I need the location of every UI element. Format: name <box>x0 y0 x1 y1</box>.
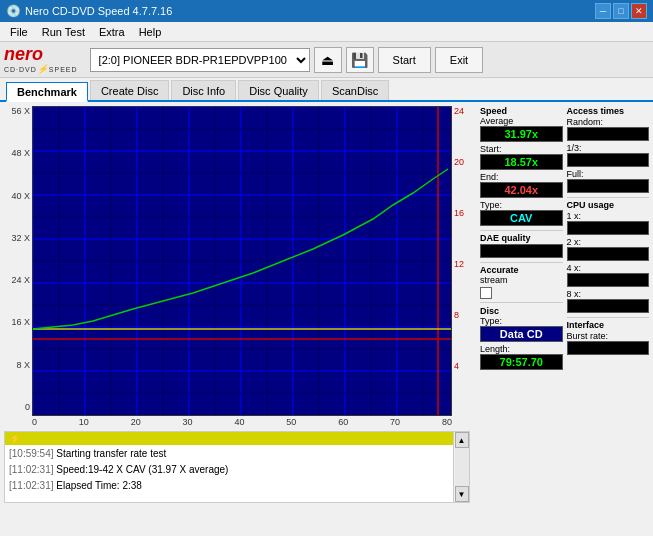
x-label-50: 50 <box>286 417 296 427</box>
menu-bar: File Run Test Extra Help <box>0 22 653 42</box>
cpu-1x-label: 1 x: <box>567 211 650 221</box>
interface-label: Interface <box>567 320 650 330</box>
scroll-up-btn[interactable]: ▲ <box>455 432 469 448</box>
y-label-56: 56 X <box>4 106 30 116</box>
disc-type-label: Type: <box>480 316 563 326</box>
cpu-label: CPU usage <box>567 200 650 210</box>
cpu-4x-label: 4 x: <box>567 263 650 273</box>
nero-logo-text: nero <box>4 45 78 65</box>
x-label-40: 40 <box>234 417 244 427</box>
x-label-20: 20 <box>131 417 141 427</box>
cpu-1x-value <box>567 221 650 235</box>
menu-run-test[interactable]: Run Test <box>36 24 91 40</box>
accurate-stream-checkbox[interactable] <box>480 287 492 299</box>
status-log: ⚡ [10:59:54] Starting transfer rate test… <box>4 431 472 503</box>
y-right-12: 12 <box>454 259 472 269</box>
x-label-60: 60 <box>338 417 348 427</box>
save-button[interactable]: 💾 <box>346 47 374 73</box>
exit-button[interactable]: Exit <box>435 47 483 73</box>
y-right-24: 24 <box>454 106 472 116</box>
x-label-10: 10 <box>79 417 89 427</box>
menu-help[interactable]: Help <box>133 24 168 40</box>
access-times-column: Access times Random: 1/3: Full: CPU usag… <box>567 106 650 370</box>
end-label: End: <box>480 172 499 182</box>
cpu-2x-label: 2 x: <box>567 237 650 247</box>
full-label: Full: <box>567 169 650 179</box>
end-value: 42.04x <box>480 182 563 198</box>
minimize-button[interactable]: ─ <box>595 3 611 19</box>
nero-cd-dvd-text: CD·DVD⚡SPEED <box>4 64 78 74</box>
title-bar-controls: ─ □ ✕ <box>595 3 647 19</box>
app-title: Nero CD-DVD Speed 4.7.7.16 <box>25 5 172 17</box>
eject-button[interactable]: ⏏ <box>314 47 342 73</box>
scroll-down-btn[interactable]: ▼ <box>455 486 469 502</box>
y-label-48: 48 X <box>4 148 30 158</box>
nero-logo: nero CD·DVD⚡SPEED <box>4 45 78 75</box>
y-label-32: 32 X <box>4 233 30 243</box>
y-label-24: 24 X <box>4 275 30 285</box>
y-label-40: 40 X <box>4 191 30 201</box>
y-right-4: 4 <box>454 361 472 371</box>
average-value: 31.97x <box>480 126 563 142</box>
cpu-8x-value <box>567 299 650 313</box>
one-third-label: 1/3: <box>567 143 650 153</box>
speed-section-label: Speed <box>480 106 563 116</box>
chart-area: 56 X 48 X 40 X 32 X 24 X 16 X 8 X 0 <box>0 102 476 500</box>
cpu-4x-value <box>567 273 650 287</box>
length-value: 79:57.70 <box>480 354 563 370</box>
type-value: CAV <box>480 210 563 226</box>
length-label: Length: <box>480 344 563 354</box>
y-right-8: 8 <box>454 310 472 320</box>
y-right-20: 20 <box>454 157 472 167</box>
one-third-value <box>567 153 650 167</box>
right-panel: Speed Average 31.97x Start: 18.57x End: … <box>476 102 653 500</box>
maximize-button[interactable]: □ <box>613 3 629 19</box>
dae-label: DAE quality <box>480 233 563 243</box>
cpu-2x-value <box>567 247 650 261</box>
log-entry-1: [11:02:31] Speed:19-42 X CAV (31.97 X av… <box>9 462 465 478</box>
y-right-16: 16 <box>454 208 472 218</box>
start-button[interactable]: Start <box>378 47 431 73</box>
type-label: Type: <box>480 200 502 210</box>
log-entry-0: [10:59:54] Starting transfer rate test <box>9 446 465 462</box>
menu-file[interactable]: File <box>4 24 34 40</box>
title-bar: 💿 Nero CD-DVD Speed 4.7.7.16 ─ □ ✕ <box>0 0 653 22</box>
disc-section-label: Disc <box>480 306 563 316</box>
tabs: Benchmark Create Disc Disc Info Disc Qua… <box>0 78 653 102</box>
burst-value <box>567 341 650 355</box>
y-label-0: 0 <box>4 402 30 412</box>
main-content: 56 X 48 X 40 X 32 X 24 X 16 X 8 X 0 <box>0 102 653 500</box>
start-label: Start: <box>480 144 502 154</box>
y-label-8: 8 X <box>4 360 30 370</box>
y-label-16: 16 X <box>4 317 30 327</box>
random-label: Random: <box>567 117 650 127</box>
menu-extra[interactable]: Extra <box>93 24 131 40</box>
tab-scandisc[interactable]: ScanDisc <box>321 80 389 100</box>
accurate-label: Accurate <box>480 265 563 275</box>
start-value: 18.57x <box>480 154 563 170</box>
log-entry-2: [11:02:31] Elapsed Time: 2:38 <box>9 478 465 494</box>
average-label: Average <box>480 116 563 126</box>
dae-value <box>480 244 563 258</box>
close-button[interactable]: ✕ <box>631 3 647 19</box>
tab-create-disc[interactable]: Create Disc <box>90 80 169 100</box>
stream-label: stream <box>480 275 563 285</box>
full-value <box>567 179 650 193</box>
x-label-0: 0 <box>32 417 37 427</box>
chart-svg <box>32 106 452 416</box>
app-icon: 💿 <box>6 4 21 18</box>
drive-select[interactable]: [2:0] PIONEER BDR-PR1EPDVPP100 1.01 <box>90 48 310 72</box>
tab-disc-info[interactable]: Disc Info <box>171 80 236 100</box>
x-label-70: 70 <box>390 417 400 427</box>
toolbar: nero CD·DVD⚡SPEED [2:0] PIONEER BDR-PR1E… <box>0 42 653 78</box>
speed-column: Speed Average 31.97x Start: 18.57x End: … <box>480 106 563 370</box>
access-times-label: Access times <box>567 106 650 116</box>
burst-label: Burst rate: <box>567 331 650 341</box>
random-value <box>567 127 650 141</box>
disc-type-value: Data CD <box>480 326 563 342</box>
tab-benchmark[interactable]: Benchmark <box>6 82 88 102</box>
x-label-80: 80 <box>442 417 452 427</box>
tab-disc-quality[interactable]: Disc Quality <box>238 80 319 100</box>
log-header: ⚡ <box>9 433 21 444</box>
x-label-30: 30 <box>183 417 193 427</box>
